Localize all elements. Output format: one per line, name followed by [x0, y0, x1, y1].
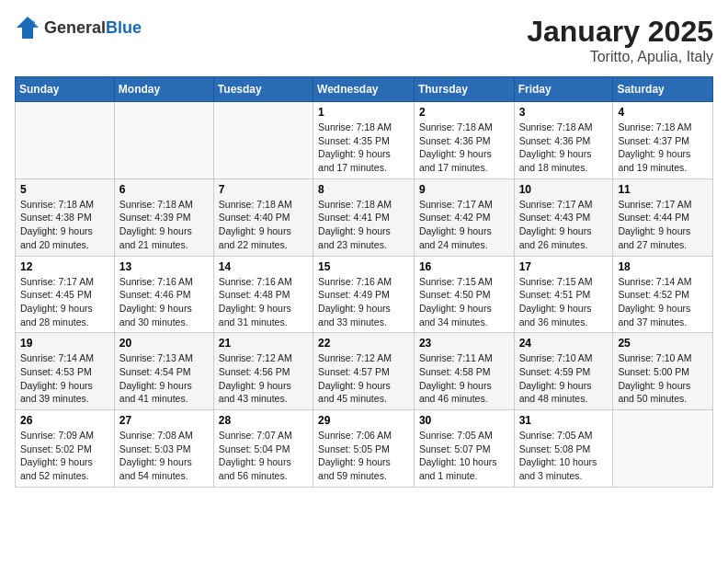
- day-info: Sunrise: 7:13 AMSunset: 4:54 PMDaylight:…: [119, 351, 209, 406]
- day-number: 2: [419, 106, 509, 119]
- day-info: Sunrise: 7:11 AMSunset: 4:58 PMDaylight:…: [419, 351, 509, 406]
- calendar-cell: 10Sunrise: 7:17 AMSunset: 4:43 PMDayligh…: [514, 178, 613, 256]
- day-number: 7: [219, 183, 308, 196]
- calendar-cell: 28Sunrise: 7:07 AMSunset: 5:04 PMDayligh…: [213, 410, 313, 488]
- day-number: 10: [519, 183, 609, 196]
- calendar-cell: 31Sunrise: 7:05 AMSunset: 5:08 PMDayligh…: [514, 410, 613, 488]
- day-info: Sunrise: 7:18 AMSunset: 4:41 PMDaylight:…: [318, 198, 409, 252]
- day-info: Sunrise: 7:06 AMSunset: 5:05 PMDaylight:…: [318, 429, 409, 483]
- calendar-cell: 13Sunrise: 7:16 AMSunset: 4:46 PMDayligh…: [114, 256, 213, 333]
- calendar-cell: [114, 102, 213, 179]
- logo: GeneralBlue: [15, 15, 142, 40]
- calendar-week-3: 19Sunrise: 7:14 AMSunset: 4:53 PMDayligh…: [16, 333, 713, 410]
- day-number: 16: [419, 260, 509, 273]
- day-info: Sunrise: 7:15 AMSunset: 4:51 PMDaylight:…: [519, 275, 609, 329]
- day-number: 20: [119, 337, 209, 350]
- calendar-cell: [213, 102, 313, 179]
- day-number: 17: [519, 260, 609, 273]
- day-number: 31: [519, 414, 609, 427]
- day-number: 15: [318, 260, 409, 273]
- day-info: Sunrise: 7:16 AMSunset: 4:49 PMDaylight:…: [318, 275, 409, 329]
- calendar-cell: 19Sunrise: 7:14 AMSunset: 4:53 PMDayligh…: [16, 333, 115, 410]
- day-number: 4: [618, 106, 708, 119]
- day-info: Sunrise: 7:18 AMSunset: 4:39 PMDaylight:…: [119, 198, 209, 252]
- location-title: Toritto, Apulia, Italy: [527, 49, 713, 65]
- calendar-cell: 23Sunrise: 7:11 AMSunset: 4:58 PMDayligh…: [414, 333, 514, 410]
- calendar-cell: 7Sunrise: 7:18 AMSunset: 4:40 PMDaylight…: [213, 178, 313, 256]
- page-header: GeneralBlue January 2025 Toritto, Apulia…: [15, 15, 713, 65]
- calendar-cell: 24Sunrise: 7:10 AMSunset: 4:59 PMDayligh…: [514, 333, 613, 410]
- calendar-week-2: 12Sunrise: 7:17 AMSunset: 4:45 PMDayligh…: [16, 256, 713, 333]
- day-number: 24: [519, 337, 609, 350]
- calendar-cell: 25Sunrise: 7:10 AMSunset: 5:00 PMDayligh…: [613, 333, 713, 410]
- calendar-cell: 26Sunrise: 7:09 AMSunset: 5:02 PMDayligh…: [16, 410, 115, 488]
- day-number: 28: [219, 414, 308, 427]
- day-info: Sunrise: 7:18 AMSunset: 4:36 PMDaylight:…: [419, 121, 509, 175]
- day-info: Sunrise: 7:16 AMSunset: 4:48 PMDaylight:…: [219, 275, 308, 329]
- day-number: 8: [318, 183, 409, 196]
- day-info: Sunrise: 7:05 AMSunset: 5:08 PMDaylight:…: [519, 429, 609, 483]
- calendar-cell: 1Sunrise: 7:18 AMSunset: 4:35 PMDaylight…: [313, 102, 415, 179]
- day-number: 3: [519, 106, 609, 119]
- day-info: Sunrise: 7:10 AMSunset: 4:59 PMDaylight:…: [519, 351, 609, 406]
- calendar-cell: 5Sunrise: 7:18 AMSunset: 4:38 PMDaylight…: [16, 178, 115, 256]
- logo-icon: [15, 15, 40, 40]
- calendar-cell: 18Sunrise: 7:14 AMSunset: 4:52 PMDayligh…: [613, 256, 713, 333]
- logo-text-blue: Blue: [106, 18, 142, 37]
- day-number: 12: [20, 260, 109, 273]
- day-number: 23: [419, 337, 509, 350]
- day-info: Sunrise: 7:15 AMSunset: 4:50 PMDaylight:…: [419, 275, 509, 329]
- calendar-week-1: 5Sunrise: 7:18 AMSunset: 4:38 PMDaylight…: [16, 178, 713, 256]
- calendar-cell: 6Sunrise: 7:18 AMSunset: 4:39 PMDaylight…: [114, 178, 213, 256]
- calendar-cell: 16Sunrise: 7:15 AMSunset: 4:50 PMDayligh…: [414, 256, 514, 333]
- calendar-cell: 4Sunrise: 7:18 AMSunset: 4:37 PMDaylight…: [613, 102, 713, 179]
- day-info: Sunrise: 7:07 AMSunset: 5:04 PMDaylight:…: [219, 429, 308, 483]
- day-info: Sunrise: 7:18 AMSunset: 4:35 PMDaylight:…: [318, 121, 409, 175]
- day-info: Sunrise: 7:17 AMSunset: 4:45 PMDaylight:…: [20, 275, 109, 329]
- day-number: 29: [318, 414, 409, 427]
- day-info: Sunrise: 7:18 AMSunset: 4:36 PMDaylight:…: [519, 121, 609, 175]
- day-info: Sunrise: 7:09 AMSunset: 5:02 PMDaylight:…: [20, 429, 109, 483]
- calendar-cell: 12Sunrise: 7:17 AMSunset: 4:45 PMDayligh…: [16, 256, 115, 333]
- day-info: Sunrise: 7:14 AMSunset: 4:53 PMDaylight:…: [20, 351, 109, 406]
- calendar-cell: 8Sunrise: 7:18 AMSunset: 4:41 PMDaylight…: [313, 178, 415, 256]
- calendar-week-4: 26Sunrise: 7:09 AMSunset: 5:02 PMDayligh…: [16, 410, 713, 488]
- weekday-header-tuesday: Tuesday: [213, 77, 313, 102]
- day-info: Sunrise: 7:18 AMSunset: 4:40 PMDaylight:…: [219, 198, 308, 252]
- day-info: Sunrise: 7:17 AMSunset: 4:43 PMDaylight:…: [519, 198, 609, 252]
- day-number: 14: [219, 260, 308, 273]
- calendar-cell: 2Sunrise: 7:18 AMSunset: 4:36 PMDaylight…: [414, 102, 514, 179]
- day-number: 5: [20, 183, 109, 196]
- calendar-cell: 30Sunrise: 7:05 AMSunset: 5:07 PMDayligh…: [414, 410, 514, 488]
- weekday-header-wednesday: Wednesday: [313, 77, 415, 102]
- calendar-cell: 29Sunrise: 7:06 AMSunset: 5:05 PMDayligh…: [313, 410, 415, 488]
- day-number: 13: [119, 260, 209, 273]
- calendar-cell: 14Sunrise: 7:16 AMSunset: 4:48 PMDayligh…: [213, 256, 313, 333]
- calendar-cell: [613, 410, 713, 488]
- day-info: Sunrise: 7:08 AMSunset: 5:03 PMDaylight:…: [119, 429, 209, 483]
- calendar-table: SundayMondayTuesdayWednesdayThursdayFrid…: [15, 76, 713, 488]
- calendar-cell: 27Sunrise: 7:08 AMSunset: 5:03 PMDayligh…: [114, 410, 213, 488]
- day-number: 11: [618, 183, 708, 196]
- day-number: 9: [419, 183, 509, 196]
- calendar-week-0: 1Sunrise: 7:18 AMSunset: 4:35 PMDaylight…: [16, 102, 713, 179]
- weekday-header-friday: Friday: [514, 77, 613, 102]
- logo-text-general: General: [44, 18, 106, 37]
- day-info: Sunrise: 7:12 AMSunset: 4:57 PMDaylight:…: [318, 351, 409, 406]
- calendar-cell: 17Sunrise: 7:15 AMSunset: 4:51 PMDayligh…: [514, 256, 613, 333]
- month-title: January 2025: [527, 15, 713, 49]
- day-info: Sunrise: 7:05 AMSunset: 5:07 PMDaylight:…: [419, 429, 509, 483]
- day-info: Sunrise: 7:18 AMSunset: 4:38 PMDaylight:…: [20, 198, 109, 252]
- calendar-cell: 20Sunrise: 7:13 AMSunset: 4:54 PMDayligh…: [114, 333, 213, 410]
- calendar-cell: [16, 102, 115, 179]
- day-number: 26: [20, 414, 109, 427]
- day-number: 21: [219, 337, 308, 350]
- weekday-header-thursday: Thursday: [414, 77, 514, 102]
- day-number: 1: [318, 106, 409, 119]
- day-number: 30: [419, 414, 509, 427]
- calendar-cell: 15Sunrise: 7:16 AMSunset: 4:49 PMDayligh…: [313, 256, 415, 333]
- calendar-cell: 11Sunrise: 7:17 AMSunset: 4:44 PMDayligh…: [613, 178, 713, 256]
- day-number: 22: [318, 337, 409, 350]
- day-info: Sunrise: 7:16 AMSunset: 4:46 PMDaylight:…: [119, 275, 209, 329]
- day-info: Sunrise: 7:14 AMSunset: 4:52 PMDaylight:…: [618, 275, 708, 329]
